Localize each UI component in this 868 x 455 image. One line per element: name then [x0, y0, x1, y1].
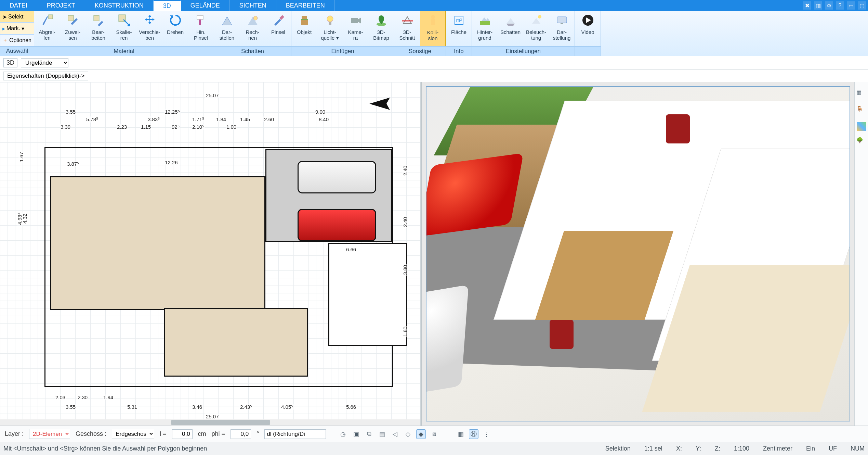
tab-3d[interactable]: 3D: [154, 0, 181, 11]
more-icon[interactable]: ⋮: [482, 429, 491, 439]
overlap-icon[interactable]: ⧇: [429, 429, 439, 439]
plants-panel-icon[interactable]: 🌳: [856, 137, 867, 147]
optionen-button[interactable]: ＋Optionen: [0, 35, 34, 46]
status-unit: Zentimeter: [763, 445, 792, 452]
status-z: Z:: [715, 445, 720, 452]
floor-select[interactable]: Erdgeschos: [112, 429, 154, 439]
ribbon-pinsel[interactable]: Pinsel: [265, 11, 291, 46]
help-icon[interactable]: ?: [836, 1, 844, 10]
phi-input[interactable]: [231, 429, 251, 439]
tools-icon[interactable]: ✖: [803, 1, 811, 10]
tab-konstruktion[interactable]: KONSTRUKTION: [85, 0, 154, 11]
status-ein: Ein: [806, 445, 815, 452]
verschieben-icon: [143, 13, 157, 27]
svg-rect-1: [68, 15, 74, 21]
tab-bearbeiten[interactable]: BEARBEITEN: [276, 0, 335, 11]
svg-rect-4: [197, 15, 203, 20]
ribbon-rechnen[interactable]: Rech- nen: [240, 11, 265, 46]
scrollbar-thumb[interactable]: [171, 420, 270, 425]
mark-button[interactable]: ▸Mark. ▾: [0, 23, 34, 34]
window-buttons: ✖ ▥ ⚙ ? ▭ ▢: [801, 0, 868, 11]
layers-icon[interactable]: ▥: [814, 1, 822, 10]
minimize-icon[interactable]: ▭: [847, 1, 855, 10]
svg-rect-13: [351, 18, 358, 23]
layers-panel-icon[interactable]: ▦: [856, 89, 867, 99]
terrain-select[interactable]: Urgelände: [21, 58, 68, 67]
lichtquelle-icon: [323, 13, 337, 27]
render-3d-view[interactable]: [421, 82, 854, 426]
selekt-button[interactable]: ➤Selekt: [0, 11, 34, 23]
plan-2d-view[interactable]: 25.07 3.55 12.25⁵ 9.00 5.78⁵ 3.83⁵ 1.71⁵…: [0, 82, 421, 426]
workspace: 25.07 3.55 12.25⁵ 9.00 5.78⁵ 3.83⁵ 1.71⁵…: [0, 82, 854, 426]
polygon-icon[interactable]: ◇: [403, 429, 413, 439]
ribbon-verschieben[interactable]: Verschie- ben: [137, 11, 162, 46]
flaeche-icon: m²: [452, 13, 466, 27]
link-icon[interactable]: ⧉: [364, 429, 374, 439]
settings-icon[interactable]: ⚙: [825, 1, 833, 10]
ribbon-zuweisen[interactable]: Zuwei- sen: [60, 11, 86, 46]
hintergrund-label: Hinter- grund: [477, 29, 492, 41]
auswahl-group-label: Auswahl: [0, 46, 34, 56]
angle-icon[interactable]: ◁: [390, 429, 400, 439]
svg-rect-2: [94, 15, 99, 21]
plan-main-block: [50, 176, 265, 310]
viewport-icon[interactable]: ▣: [351, 429, 361, 439]
drehen-icon: [168, 13, 183, 27]
drehen-label: Drehen: [167, 29, 184, 35]
ribbon-video[interactable]: Video: [575, 11, 601, 46]
l-input[interactable]: [172, 429, 193, 439]
grid-toggle-icon[interactable]: ▦: [456, 429, 465, 439]
ribbon-drehen[interactable]: Drehen: [162, 11, 188, 46]
dim-int-666: 6.66: [345, 247, 357, 252]
dl-input[interactable]: [264, 429, 326, 439]
tab-sichten[interactable]: SICHTEN: [230, 0, 276, 11]
render-chair-1: [666, 114, 690, 143]
ribbon-hin-pinsel[interactable]: Hin. Pinsel: [188, 11, 214, 46]
dim-t15: 2.10⁵: [192, 124, 205, 130]
render-canvas[interactable]: [426, 86, 850, 421]
ribbon-3d-schnitt[interactable]: 3D- Schnitt: [394, 11, 420, 46]
ribbon-abgreifen[interactable]: Abgrei- fen: [34, 11, 60, 46]
ribbon-hintergrund[interactable]: Hinter- grund: [472, 11, 498, 46]
ribbon-lichtquelle[interactable]: Licht- quelle ▾: [317, 11, 343, 46]
tab-projekt[interactable]: PROJEKT: [37, 0, 85, 11]
ribbon-darstellen[interactable]: Dar- stellen: [214, 11, 240, 46]
ribbon-schatten2[interactable]: Schatten: [498, 11, 523, 46]
furniture-panel-icon[interactable]: 🪑: [856, 105, 867, 116]
ribbon-beleuchtung[interactable]: Beleuch- tung: [523, 11, 549, 46]
status-uf: UF: [829, 445, 837, 452]
ribbon-kamera[interactable]: Kame- ra: [343, 11, 368, 46]
north-toggle-icon[interactable]: Ⓝ: [469, 429, 478, 439]
stack-icon[interactable]: ▤: [377, 429, 387, 439]
plan-car-white: [298, 161, 376, 193]
ribbon-3d-bitmap[interactable]: 3D- Bitmap: [368, 11, 394, 46]
ribbon-skalieren[interactable]: Skalie- ren: [111, 11, 137, 46]
schatten2-icon: [503, 13, 518, 27]
dim-t1: 3.55: [65, 109, 76, 115]
plan-horizontal-scrollbar[interactable]: [0, 419, 420, 426]
cube-icon[interactable]: ◆: [416, 429, 426, 439]
tab-gelaende[interactable]: GELÄNDE: [181, 0, 230, 11]
ribbon-objekt[interactable]: Objekt: [291, 11, 317, 46]
svg-point-6: [253, 16, 258, 20]
materials-panel-icon[interactable]: [857, 122, 866, 131]
dim-l3: 4.32: [22, 213, 28, 224]
ribbon-bearbeiten[interactable]: Bear- beiten: [86, 11, 111, 46]
maximize-icon[interactable]: ▢: [858, 1, 866, 10]
status-selection: Selektion: [605, 445, 631, 452]
dim-t5: 3.83⁵: [147, 116, 160, 123]
ribbon-darstellung[interactable]: Dar- stellung: [549, 11, 575, 46]
clock-icon[interactable]: ◷: [338, 429, 348, 439]
dim-t11: 3.39: [60, 124, 71, 130]
abgreifen-icon: [40, 13, 54, 27]
properties-button[interactable]: Eigenschaften (Doppelklick)->: [3, 72, 88, 80]
ribbon-kollision[interactable]: Kolli- sion: [420, 11, 446, 46]
tab-datei[interactable]: DATEI: [0, 0, 37, 11]
dim-t10: 8.40: [318, 116, 329, 122]
ribbon-flaeche[interactable]: m²Fläche: [446, 11, 472, 46]
kollision-label: Kolli- sion: [427, 30, 438, 41]
layer-select[interactable]: 2D-Elemen: [29, 429, 70, 439]
hin-pinsel-icon: [194, 13, 208, 27]
darstellen-label: Dar- stellen: [220, 29, 234, 41]
group-title: Schatten: [214, 46, 291, 56]
